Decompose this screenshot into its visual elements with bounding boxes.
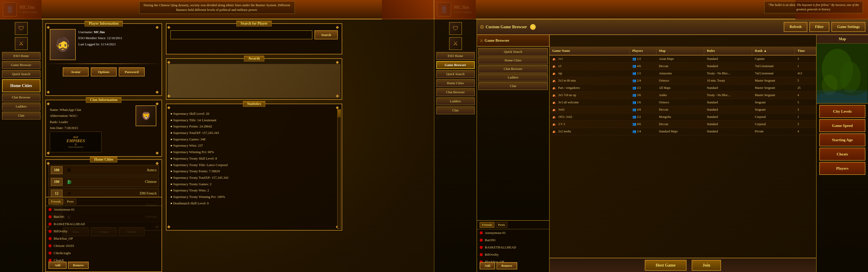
avatar-button[interactable]: Avatar bbox=[63, 67, 89, 76]
join-game-button[interactable]: Join bbox=[692, 260, 721, 271]
sidebar-item-game-browser[interactable]: Game Browser bbox=[2, 61, 40, 69]
sidebar-item-eso-home[interactable]: ESO Home bbox=[2, 52, 40, 60]
statistics-text: ● Supremacy Skill Level: 20 ● Supremacy … bbox=[166, 104, 342, 209]
game-table-row[interactable]: ⛺ 3v3 all welcome 👥 1/6 Orinoco Standard… bbox=[550, 99, 816, 106]
friends-footer: Add Remove bbox=[46, 260, 91, 270]
col-map[interactable]: Map bbox=[656, 47, 704, 55]
game-rank-cell: Master Sergeant bbox=[752, 77, 795, 84]
gb-clan[interactable]: Clan bbox=[478, 82, 548, 90]
game-table-row[interactable]: ⛺ 3x5 7x9 no op 👥 3/6 Andes Treaty - No … bbox=[550, 92, 816, 99]
game-table-row[interactable]: ⛺ Part.: vengadores 👥 2/2 All Maps Stand… bbox=[550, 84, 816, 92]
sidebar-item-ladders[interactable]: Ladders bbox=[2, 103, 40, 110]
col-players[interactable]: Players bbox=[629, 47, 656, 55]
game-table-row[interactable]: ⛺ x3 👥 4/6 Deccan Standard 7nd Lieutenan… bbox=[550, 63, 816, 70]
ornament-tl: ◆ bbox=[46, 25, 52, 30]
cheats-button[interactable]: Cheats bbox=[819, 148, 865, 161]
right-sidebar-eso-home[interactable]: ESO Home bbox=[436, 52, 475, 60]
sidebar-item-quick-search[interactable]: Quick Search bbox=[2, 70, 40, 78]
city-levels-button[interactable]: City Levels bbox=[819, 105, 865, 118]
right-sidebar-ladders[interactable]: Ladders bbox=[436, 97, 475, 105]
search-player-input[interactable] bbox=[170, 30, 312, 39]
host-game-button[interactable]: Host Game bbox=[645, 260, 686, 271]
left-banner-center-text: During the Chinese Qing dynasty, society… bbox=[139, 1, 295, 14]
game-table-row[interactable]: ⛺ 3v63 👥 4/8 Deccan Standard Sergeant 3 bbox=[550, 106, 816, 113]
starting-age-button[interactable]: Starting Age bbox=[819, 133, 865, 146]
game-table-row[interactable]: ⛺ 2v2 nr 60 min 👥 2/4 Orinoco 10 min. Tr… bbox=[550, 77, 816, 84]
game-rules-cell: Treaty - No Bloc... bbox=[704, 70, 752, 77]
right-sidebar-chat-browser[interactable]: Chat Browser bbox=[436, 88, 475, 96]
game-name-cell: ⛺ 3 V 3 bbox=[550, 121, 629, 128]
game-browser-left-nav: Quick Search Home Cities Chat Browser La… bbox=[477, 47, 550, 220]
pests-tab[interactable]: Pests bbox=[65, 199, 76, 204]
game-time-cell: 3 bbox=[795, 106, 816, 113]
stats-scrollbar-thumb[interactable] bbox=[338, 110, 341, 117]
player-stats: Username: MCJim ESO Member Since: 12/16/… bbox=[78, 29, 122, 60]
map-label: Map bbox=[817, 35, 868, 43]
game-players-cell: 👥 2/4 bbox=[629, 77, 656, 84]
search-player-title: Search for Player bbox=[237, 21, 272, 26]
col-rank[interactable]: Rank ▲ bbox=[752, 47, 795, 55]
game-rules-cell: Standard bbox=[704, 106, 752, 113]
col-game-name[interactable]: Game Name bbox=[550, 47, 629, 55]
game-browser-coin-icon: 🪙 bbox=[530, 24, 536, 30]
sidebar-item-home-cities[interactable]: Home Cities bbox=[2, 79, 40, 92]
sidebar-icon-2[interactable]: ⚔ bbox=[15, 37, 28, 50]
right-friends-tab[interactable]: Friends bbox=[479, 222, 494, 228]
friends-tab[interactable]: Friends bbox=[49, 199, 63, 204]
right-friends-list: Anonymous-01 Bart391 BASKETBALLHEAD BilO… bbox=[477, 229, 549, 263]
game-map-cell: Orinoco bbox=[656, 99, 704, 106]
sidebar-icon-1[interactable]: 🛡 bbox=[15, 22, 28, 35]
statistics-title: Statistics bbox=[243, 101, 265, 107]
sidebar-item-clan[interactable]: Clan bbox=[2, 112, 40, 120]
right-sidebar-clan[interactable]: Clan bbox=[436, 106, 475, 114]
city-item-chinese[interactable]: 100 🐉 Chinese bbox=[49, 177, 159, 187]
player-info-buttons: Avatar Options Password bbox=[46, 65, 161, 79]
game-table-row[interactable]: ⛺ xtp 👥 1/2 Amazonia Treaty - No Bloc...… bbox=[550, 70, 816, 77]
right-sidebar-quick-search[interactable]: Quick Search bbox=[436, 70, 475, 78]
right-sidebar-home-cities[interactable]: Home Cities bbox=[436, 79, 475, 87]
right-remove-friend-button[interactable]: Remove bbox=[496, 262, 517, 269]
right-add-friend-button[interactable]: Add bbox=[479, 262, 495, 269]
options-button[interactable]: Options bbox=[91, 67, 117, 76]
right-sidebar-icon-1[interactable]: 🛡 bbox=[449, 22, 462, 35]
game-table-row[interactable]: ⛺ 1v1 👥 1/2 Asian Maps Standard Captain … bbox=[550, 55, 816, 63]
game-map-cell: Orinoco bbox=[656, 77, 704, 84]
game-rules-cell: Treaty - No Bloc... bbox=[704, 92, 752, 99]
game-rules-cell: Standard bbox=[704, 113, 752, 121]
col-time[interactable]: Time bbox=[795, 47, 816, 55]
gb-home-cities[interactable]: Home Cities bbox=[478, 57, 548, 64]
gb-ladders[interactable]: Ladders bbox=[478, 74, 548, 81]
right-sidebar-icon-2[interactable]: ⚔ bbox=[449, 37, 462, 50]
player-info-title: Player Information bbox=[85, 21, 123, 26]
city-item-aztecs[interactable]: 100 🏛 Aztecs bbox=[49, 165, 159, 175]
game-map-cell: Asian Maps bbox=[656, 55, 704, 63]
game-list-scroll[interactable]: Game Name Players Map Rules Rank ▲ Time … bbox=[550, 47, 816, 220]
remove-friend-button[interactable]: Remove bbox=[68, 262, 89, 269]
gb-quick-search[interactable]: Quick Search bbox=[478, 48, 548, 56]
right-banner-quote: "The bullet is an idiot. The bayonet is … bbox=[764, 1, 863, 13]
awards-section: ◆ ◆ ◆ ◆ Awards bbox=[166, 58, 342, 100]
players-button[interactable]: Players bbox=[819, 162, 865, 175]
game-rank-cell: Captain bbox=[752, 55, 795, 63]
right-sidebar: 🛡 ⚔ ESO Home Game Browser Quick Search H… bbox=[434, 20, 477, 272]
refresh-button[interactable]: Refresh bbox=[784, 22, 807, 32]
game-map-cell: All Maps bbox=[656, 84, 704, 92]
game-speed-button[interactable]: Game Speed bbox=[819, 119, 865, 132]
game-time-cell: 3 bbox=[795, 55, 816, 63]
right-pests-tab[interactable]: Pests bbox=[496, 222, 507, 228]
ornament-bl: ◆ bbox=[46, 89, 52, 95]
gb-chat-browser[interactable]: Chat Browser bbox=[478, 65, 548, 73]
sidebar-item-chat-browser[interactable]: Chat Browser bbox=[2, 94, 40, 101]
game-table-row[interactable]: ⛺ 2v2 noobs 👥 1/4 Standard Maps Standard… bbox=[550, 128, 816, 135]
stats-scrollbar[interactable] bbox=[337, 109, 341, 229]
game-table-row[interactable]: ⛺ 1951/ 2v62 👥 2/2 Mongolia Standard Cor… bbox=[550, 113, 816, 121]
game-settings-button[interactable]: Game Settings bbox=[832, 22, 865, 32]
game-table-row[interactable]: ⛺ 3 V 3 👥 0/6 Deccan Standard Corporal 3 bbox=[550, 121, 816, 128]
search-player-button[interactable]: Search bbox=[314, 30, 338, 39]
col-rules[interactable]: Rules bbox=[704, 47, 752, 55]
add-friend-button[interactable]: Add bbox=[49, 262, 67, 269]
right-sidebar-game-browser[interactable]: Game Browser bbox=[436, 61, 475, 69]
filter-button[interactable]: Filter bbox=[809, 22, 829, 32]
home-cities-title: Home Cities bbox=[90, 157, 117, 162]
password-button[interactable]: Password bbox=[119, 67, 145, 76]
